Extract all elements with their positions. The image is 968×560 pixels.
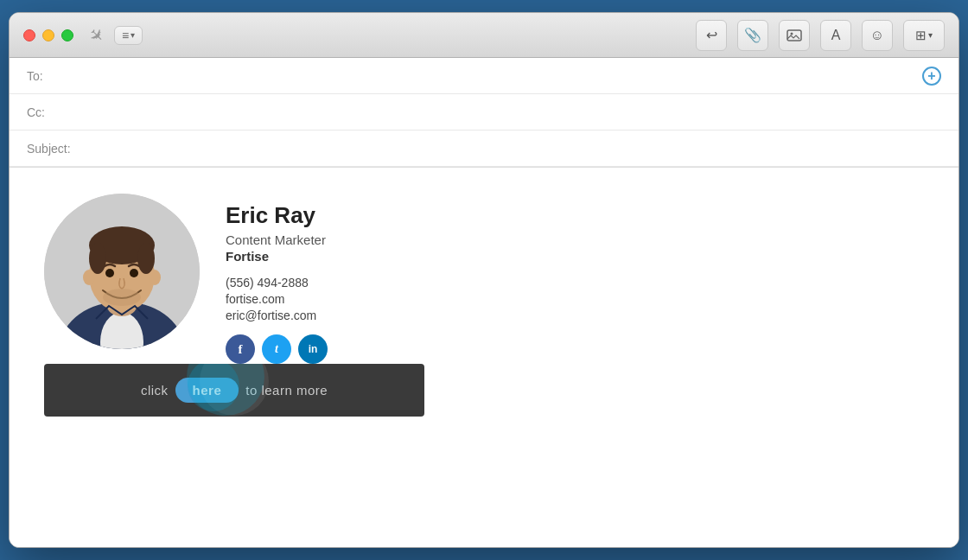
social-icons: f t in xyxy=(226,334,328,364)
attach-button[interactable]: 📎 xyxy=(737,20,768,51)
svg-point-9 xyxy=(89,243,106,274)
sig-company: Fortise xyxy=(226,249,328,264)
reply-button[interactable]: ↩ xyxy=(696,20,727,51)
to-input[interactable] xyxy=(87,69,922,83)
photo-attach-button[interactable] xyxy=(779,20,810,51)
email-body: Eric Ray Content Marketer Fortise (556) … xyxy=(10,168,958,547)
avatar xyxy=(44,194,200,349)
sig-title: Content Marketer xyxy=(226,232,328,247)
email-signature: Eric Ray Content Marketer Fortise (556) … xyxy=(44,194,459,417)
svg-point-14 xyxy=(130,269,138,277)
linkedin-icon: in xyxy=(309,343,318,355)
cc-label: Cc: xyxy=(27,105,87,119)
cta-here-button[interactable]: here xyxy=(175,378,239,403)
subject-label: Subject: xyxy=(27,142,87,156)
chevron-down-icon: ▾ xyxy=(131,30,135,40)
twitter-button[interactable]: t xyxy=(262,334,291,364)
mail-fields: To: + Cc: Subject: xyxy=(10,58,958,168)
close-button[interactable] xyxy=(23,29,35,41)
photo-attach-icon xyxy=(786,28,802,43)
facebook-icon: f xyxy=(239,342,243,357)
subject-input[interactable] xyxy=(87,142,941,156)
send-button[interactable]: ✈ xyxy=(84,22,109,48)
cc-input[interactable] xyxy=(87,105,941,119)
cc-field-row: Cc: xyxy=(10,94,958,130)
photos-chevron-icon: ▾ xyxy=(928,30,933,40)
svg-point-13 xyxy=(105,269,114,277)
toolbar-right: ↩ 📎 A ☺ ⊞ ▾ xyxy=(696,20,945,51)
emoji-icon: ☺ xyxy=(870,28,884,43)
email-window: ✈ ≡ ▾ ↩ 📎 A xyxy=(9,12,959,548)
svg-point-11 xyxy=(83,270,95,285)
sig-name: Eric Ray xyxy=(226,202,328,229)
font-button[interactable]: A xyxy=(820,20,851,51)
title-bar: ✈ ≡ ▾ ↩ 📎 A xyxy=(10,13,958,58)
photos-button[interactable]: ⊞ ▾ xyxy=(903,20,945,51)
svg-point-10 xyxy=(137,243,155,274)
reply-icon: ↩ xyxy=(706,27,717,43)
cta-banner[interactable]: click here to learn more xyxy=(44,364,424,417)
cta-click-text: click xyxy=(141,383,169,398)
emoji-button[interactable]: ☺ xyxy=(862,20,893,51)
svg-point-1 xyxy=(791,32,793,35)
sig-phone: (556) 494-2888 xyxy=(226,276,328,290)
signature-top: Eric Ray Content Marketer Fortise (556) … xyxy=(44,194,459,364)
window-controls xyxy=(23,29,73,41)
sig-website: fortise.com xyxy=(226,292,328,306)
minimize-button[interactable] xyxy=(42,29,54,41)
paperclip-icon: 📎 xyxy=(744,27,761,43)
facebook-button[interactable]: f xyxy=(226,334,255,364)
font-icon: A xyxy=(831,28,841,43)
signature-info: Eric Ray Content Marketer Fortise (556) … xyxy=(226,194,328,364)
subject-field-row: Subject: xyxy=(10,130,958,167)
svg-point-12 xyxy=(149,270,161,285)
sig-email: eric@fortise.com xyxy=(226,309,328,322)
avatar-image xyxy=(44,194,200,349)
maximize-button[interactable] xyxy=(61,29,73,41)
to-field-row: To: + xyxy=(10,58,958,94)
svg-point-15 xyxy=(103,289,141,306)
add-recipient-button[interactable]: + xyxy=(922,67,941,86)
to-label: To: xyxy=(27,69,87,83)
twitter-icon: t xyxy=(275,342,278,356)
cta-learn-text: to learn more xyxy=(245,383,328,398)
toolbar-left: ✈ ≡ ▾ xyxy=(89,25,143,46)
list-icon: ≡ xyxy=(122,29,129,42)
photos-icon: ⊞ xyxy=(915,28,927,43)
linkedin-button[interactable]: in xyxy=(298,334,328,364)
